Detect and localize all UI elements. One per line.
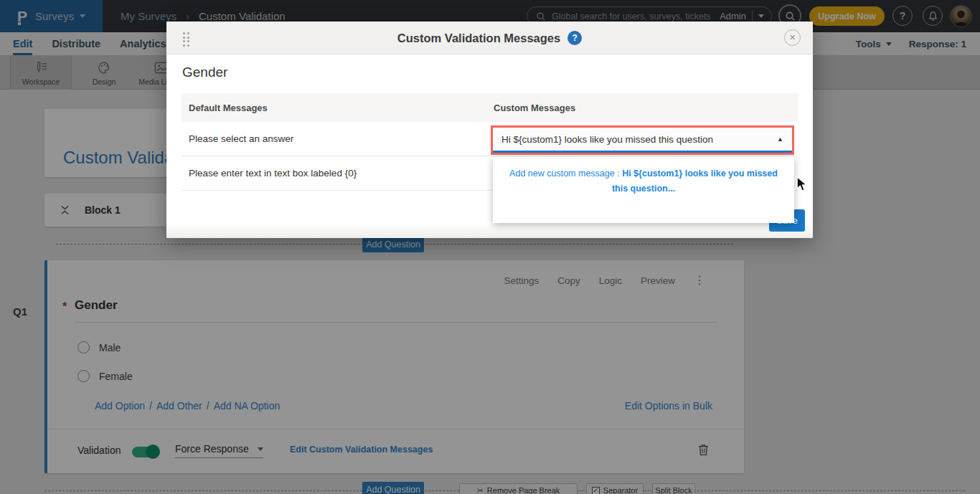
custom-message-select-inner: Hi ${custom1} looks like you missed this… xyxy=(493,128,792,153)
custom-message-select[interactable]: Hi ${custom1} looks like you missed this… xyxy=(491,125,794,155)
custom-validation-modal: Custom Validation Messages ? ✕ Gender De… xyxy=(166,22,813,238)
modal-close-button[interactable]: ✕ xyxy=(784,29,801,46)
add-new-custom-message-prefix: Add new custom message : xyxy=(509,168,622,179)
modal-footer-shade xyxy=(166,224,813,238)
modal-help-icon[interactable]: ? xyxy=(567,31,582,45)
column-custom-messages: Custom Messages xyxy=(494,103,575,113)
modal-title-row: Custom Validation Messages ? xyxy=(166,22,813,54)
custom-message-dropdown[interactable]: Add new custom message : Hi ${custom1} l… xyxy=(493,157,794,223)
app-screen: P Surveys My Surveys › Custom Validation… xyxy=(0,0,980,494)
chevron-up-icon[interactable]: ▲ xyxy=(777,136,783,143)
default-message-2: Please enter text in text box labeled {0… xyxy=(189,168,357,179)
close-icon: ✕ xyxy=(789,33,796,42)
modal-title: Custom Validation Messages xyxy=(397,32,560,45)
selected-custom-message: Hi ${custom1} looks like you missed this… xyxy=(501,134,713,145)
modal-question-title: Gender xyxy=(182,65,227,80)
messages-table-header: Default Messages Custom Messages xyxy=(182,93,798,122)
add-new-custom-message-text: Hi ${custom1} looks like you missed this… xyxy=(612,168,778,194)
column-default-messages: Default Messages xyxy=(189,103,268,113)
default-message-1: Please select an answer xyxy=(189,133,293,144)
modal-header: Custom Validation Messages ? ✕ xyxy=(166,22,813,54)
